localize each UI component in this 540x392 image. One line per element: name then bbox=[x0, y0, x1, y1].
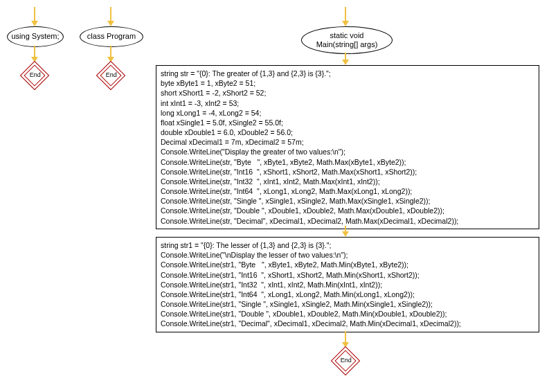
arrow bbox=[110, 7, 111, 22]
end-label: End bbox=[30, 71, 41, 78]
node-label: using System; bbox=[11, 32, 59, 41]
arrow-head-icon bbox=[31, 21, 38, 26]
end-label: End bbox=[106, 71, 117, 78]
arrow bbox=[345, 7, 346, 22]
arrow-head-icon bbox=[342, 21, 349, 26]
arrow-head-icon bbox=[342, 231, 349, 237]
arrow-head-icon bbox=[342, 60, 349, 65]
main-node: static void Main(string[] args) bbox=[301, 26, 393, 54]
code-block-greater: string str = "{0}: The greater of {1,3} … bbox=[156, 65, 539, 229]
node-label: class Program bbox=[87, 32, 136, 41]
end-node: End bbox=[331, 346, 360, 375]
arrow bbox=[34, 7, 35, 22]
node-label: static void Main(string[] args) bbox=[316, 31, 378, 49]
end-label: End bbox=[341, 357, 352, 364]
class-program-node: class Program bbox=[80, 26, 143, 47]
arrow-head-icon bbox=[107, 21, 114, 26]
code-block-lesser: string str1 = "{0}: The lesser of {1,3} … bbox=[156, 237, 539, 332]
end-node: End bbox=[20, 61, 49, 90]
end-node: End bbox=[96, 61, 125, 90]
using-system-node: using System; bbox=[7, 26, 64, 47]
